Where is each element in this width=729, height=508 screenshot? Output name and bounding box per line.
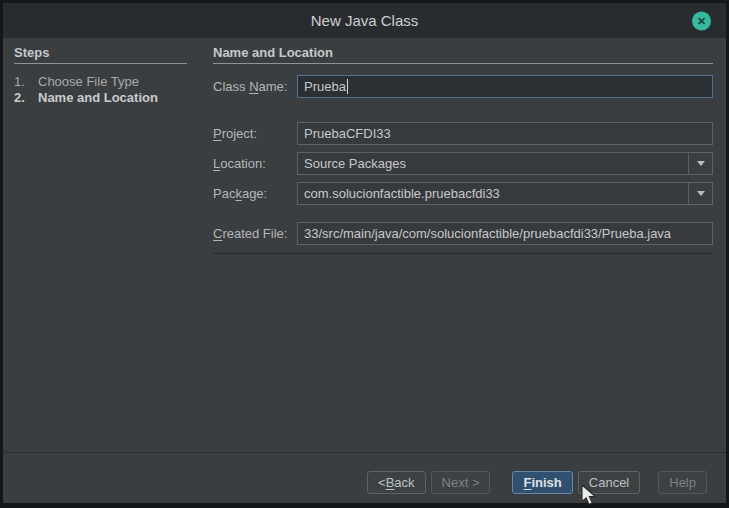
dropdown-arrow-icon bbox=[697, 191, 705, 196]
created-file-label: Created File: bbox=[213, 226, 297, 241]
package-value: com.solucionfactible.pruebacfdi33 bbox=[298, 183, 688, 204]
step-number: 2. bbox=[14, 90, 38, 106]
location-combobox[interactable]: Source Packages bbox=[297, 152, 713, 175]
form-separator bbox=[213, 253, 713, 254]
step-label: Choose File Type bbox=[38, 74, 139, 90]
form-row-project: Project: PruebaCFDI33 bbox=[213, 122, 713, 145]
close-icon: ✕ bbox=[697, 15, 706, 26]
window-title: New Java Class bbox=[311, 12, 419, 29]
package-dropdown-button[interactable] bbox=[688, 183, 712, 204]
finish-button[interactable]: Finish bbox=[512, 471, 572, 494]
text-caret bbox=[347, 79, 348, 94]
location-value: Source Packages bbox=[298, 153, 688, 174]
next-button[interactable]: Next > bbox=[431, 471, 491, 494]
project-value: PruebaCFDI33 bbox=[304, 126, 391, 141]
dropdown-arrow-icon bbox=[697, 161, 705, 166]
step-label: Name and Location bbox=[38, 90, 158, 106]
help-button[interactable]: Help bbox=[658, 471, 707, 494]
steps-list: 1. Choose File Type 2. Name and Location bbox=[14, 74, 187, 106]
class-name-label: Class Name: bbox=[213, 79, 297, 94]
project-label: Project: bbox=[213, 126, 297, 141]
mouse-cursor-icon bbox=[580, 484, 600, 506]
close-button[interactable]: ✕ bbox=[692, 11, 711, 30]
steps-header: Steps bbox=[14, 45, 187, 64]
package-label: Package: bbox=[213, 186, 297, 201]
step-number: 1. bbox=[14, 74, 38, 90]
class-name-value: Prueba bbox=[304, 79, 346, 94]
titlebar[interactable]: New Java Class ✕ bbox=[3, 3, 726, 38]
form-row-class-name: Class Name: Prueba bbox=[213, 75, 713, 98]
section-header: Name and Location bbox=[213, 45, 713, 64]
back-button[interactable]: < Back bbox=[367, 471, 426, 494]
class-name-input[interactable]: Prueba bbox=[297, 75, 713, 98]
button-bar: < Back Next > Finish Cancel Help bbox=[367, 471, 707, 494]
project-field[interactable]: PruebaCFDI33 bbox=[297, 122, 713, 145]
created-file-field[interactable]: 33/src/main/java/com/solucionfactible/pr… bbox=[297, 222, 713, 245]
location-label: Location: bbox=[213, 156, 297, 171]
buttonbar-separator bbox=[3, 452, 726, 453]
step-item-name-and-location: 2. Name and Location bbox=[14, 90, 187, 106]
new-java-class-dialog: New Java Class ✕ Steps 1. Choose File Ty… bbox=[0, 0, 729, 508]
step-item-choose-file-type: 1. Choose File Type bbox=[14, 74, 187, 90]
created-file-value: 33/src/main/java/com/solucionfactible/pr… bbox=[304, 226, 671, 241]
location-dropdown-button[interactable] bbox=[688, 153, 712, 174]
form-row-location: Location: Source Packages bbox=[213, 152, 713, 175]
package-combobox[interactable]: com.solucionfactible.pruebacfdi33 bbox=[297, 182, 713, 205]
form-row-package: Package: com.solucionfactible.pruebacfdi… bbox=[213, 182, 713, 205]
form-row-created-file: Created File: 33/src/main/java/com/soluc… bbox=[213, 222, 713, 245]
steps-panel: Steps 1. Choose File Type 2. Name and Lo… bbox=[14, 45, 187, 106]
